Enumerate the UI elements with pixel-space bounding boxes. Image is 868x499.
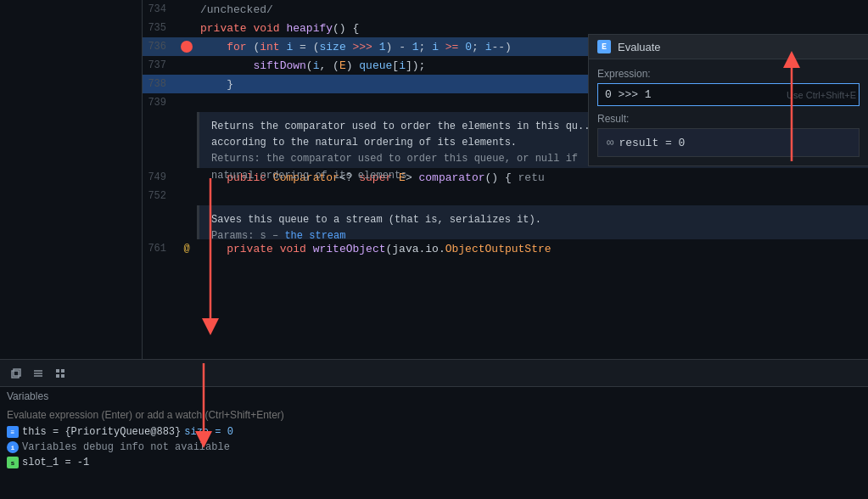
toolbar-btn-2[interactable] [29,364,48,383]
bottom-panel: Variables ≡ this = {PriorityQueue@883} s… [0,359,868,499]
var-icon-info: i [7,441,19,453]
line-num-735: 735 [143,22,176,34]
code-line-752: 752 [143,187,868,205]
line-num-761: 761 [143,243,176,255]
svg-rect-10 [61,374,64,378]
svg-rect-3 [14,369,20,376]
toolbar-btn-1[interactable] [7,364,25,383]
line-num-752: 752 [143,190,176,202]
result-box: ∞ result = 0 [597,128,860,157]
var-name-debug: Variables debug info not available [22,441,230,453]
var-item-slot: s slot_1 = -1 [0,455,868,470]
list-icon [32,367,44,379]
expression-input-container: Use Ctrl+Shift+E [597,83,860,106]
restore-icon [10,367,22,379]
line-content-735: private void heapify() { [197,22,868,35]
code-line-734: 734 /unchecked/ [143,0,868,19]
svg-rect-9 [56,374,59,378]
evaluate-body: Expression: Use Ctrl+Shift+E Result: ∞ r… [589,59,868,165]
evaluate-header: E Evaluate [589,35,868,59]
line-num-736: 736 [143,41,176,53]
evaluate-title: Evaluate [618,41,661,53]
watch-input[interactable] [0,406,868,424]
evaluate-hint: Use Ctrl+Shift+E [787,90,856,100]
svg-rect-8 [61,369,64,373]
result-value: result = 0 [619,137,685,149]
variables-label: Variables [0,387,868,406]
var-item-debug: i Variables debug info not available [0,440,868,455]
var-name-slot: slot_1 = -1 [22,457,89,468]
infinity-icon: ∞ [607,136,613,149]
javadoc-popup-2: Saves this queue to a stream (that is, s… [197,205,868,239]
expression-label: Expression: [597,68,860,80]
var-value-this: size = 0 [184,426,233,438]
javadoc2-text: Saves this queue to a stream (that is, s… [211,212,856,244]
var-icon-list: ≡ [7,426,19,438]
breakpoint-marker [181,41,193,53]
grid-icon [54,367,66,379]
javadoc2-line1: Saves this queue to a stream (that is, s… [211,212,856,228]
toolbar-btn-3[interactable] [51,364,70,383]
var-item-this: ≡ this = {PriorityQueue@883} size = 0 [0,424,868,440]
line-num-737: 737 [143,59,176,71]
javadoc2-line2: Params: s – the stream [211,228,856,244]
line-num-739: 739 [143,97,176,109]
result-label: Result: [597,113,860,125]
line-marker-736 [176,41,197,53]
line-num-749: 749 [143,171,176,183]
svg-rect-2 [12,371,19,378]
line-num-738: 738 [143,78,176,90]
bottom-toolbar [0,360,868,387]
javadoc-line4: natural ordering of its elements [211,168,856,184]
var-icon-slot: s [7,457,19,468]
line-content-734: /unchecked/ [197,3,868,16]
evaluate-panel: E Evaluate Expression: Use Ctrl+Shift+E … [588,34,868,166]
var-name-this: this = {PriorityQueue@883} [22,426,181,438]
line-marker-761: @ [176,243,197,255]
svg-rect-7 [56,369,59,373]
line-num-734: 734 [143,3,176,15]
evaluate-icon: E [597,40,611,53]
